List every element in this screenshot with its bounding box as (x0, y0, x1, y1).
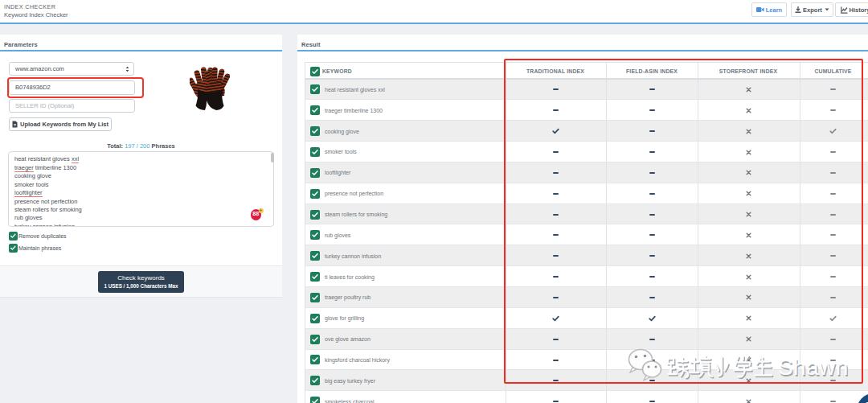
svg-text:Shawn: Shawn (778, 355, 849, 380)
